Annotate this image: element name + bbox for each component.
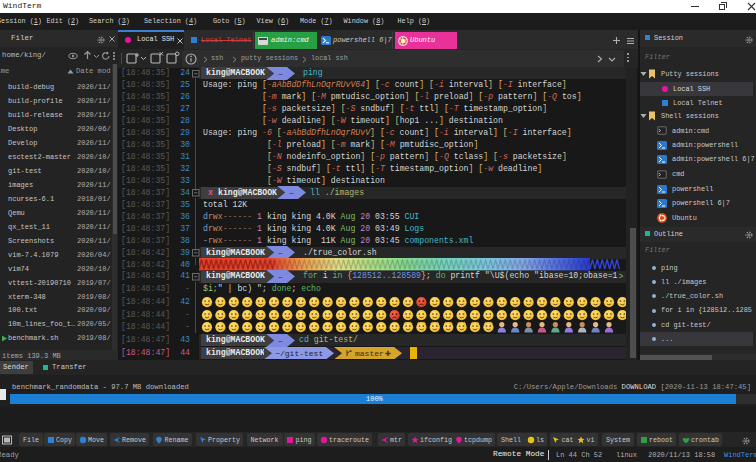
svg-text:master: master: [355, 349, 384, 358]
svg-text:~/git-test: ~/git-test: [275, 349, 323, 358]
svg-text:~: ~: [278, 273, 283, 282]
svg-text:~: ~: [278, 249, 283, 258]
svg-text:~: ~: [278, 69, 283, 78]
svg-text:~: ~: [278, 336, 283, 345]
svg-text:~: ~: [289, 189, 294, 198]
